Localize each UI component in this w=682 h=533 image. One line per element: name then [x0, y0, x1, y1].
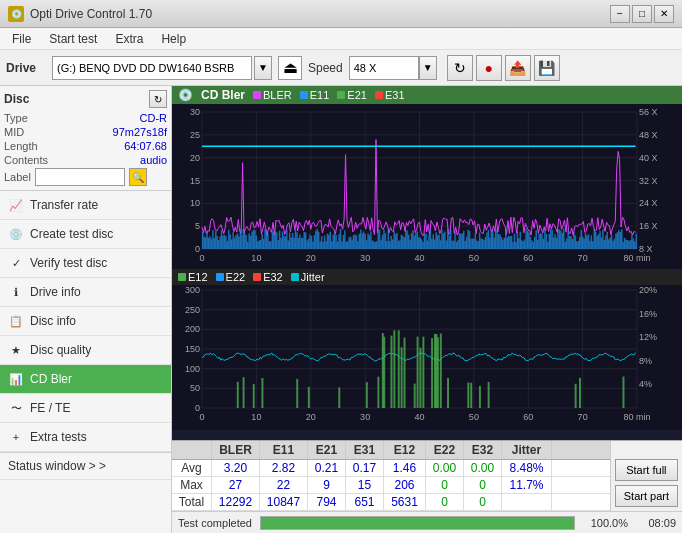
table-header: BLER E11 E21 E31 E12 E22 E32 Jitter [172, 441, 610, 460]
start-full-button[interactable]: Start full [615, 459, 678, 481]
speed-dropdown-arrow[interactable]: ▼ [419, 56, 437, 80]
app-title: Opti Drive Control 1.70 [30, 7, 152, 21]
chart2-legend-e22: E22 [216, 271, 246, 283]
refresh-button[interactable]: ↻ [447, 55, 473, 81]
disc-label-icon-button[interactable]: 🔍 [129, 168, 147, 186]
td-total-e32: 0 [464, 494, 502, 510]
td-max-e12: 206 [384, 477, 426, 493]
td-max-e31: 15 [346, 477, 384, 493]
save-button[interactable]: 💾 [534, 55, 560, 81]
table-row-total: Total 12292 10847 794 651 5631 0 0 [172, 494, 610, 511]
progress-bar-container [260, 516, 575, 530]
jitter-legend-dot [291, 273, 299, 281]
minimize-button[interactable]: − [610, 5, 630, 23]
td-total-bler: 12292 [212, 494, 260, 510]
td-total-label: Total [172, 494, 212, 510]
bler-legend-label: BLER [263, 89, 292, 101]
td-max-label: Max [172, 477, 212, 493]
transfer-rate-icon: 📈 [8, 197, 24, 213]
e22-legend-label: E22 [226, 271, 246, 283]
title-controls: − □ ✕ [610, 5, 674, 23]
chart1-canvas [172, 104, 682, 269]
speed-label: Speed [308, 61, 343, 75]
td-avg-e21: 0.21 [308, 460, 346, 476]
sidebar-item-extra-tests[interactable]: + Extra tests [0, 423, 171, 452]
disc-contents-key: Contents [4, 154, 48, 166]
bler-legend-dot [253, 91, 261, 99]
chart1-legend-bler: BLER [253, 89, 292, 101]
start-part-button[interactable]: Start part [615, 485, 678, 507]
sidebar-item-disc-info[interactable]: 📋 Disc info [0, 307, 171, 336]
bottom-section: BLER E11 E21 E31 E12 E22 E32 Jitter Avg … [172, 440, 682, 511]
status-window-button[interactable]: Status window > > [0, 453, 171, 480]
menu-file[interactable]: File [4, 30, 39, 48]
speed-selector: 48 X ▼ [349, 56, 437, 80]
action-buttons: Start full Start part [610, 441, 682, 511]
data-table-container: BLER E11 E21 E31 E12 E22 E32 Jitter Avg … [172, 441, 610, 511]
disc-label-input[interactable] [35, 168, 125, 186]
th-e22: E22 [426, 441, 464, 459]
th-e12: E12 [384, 441, 426, 459]
speed-dropdown[interactable]: 48 X [349, 56, 419, 80]
sidebar-item-create-test-disc-label: Create test disc [30, 227, 113, 241]
sidebar-item-disc-info-label: Disc info [30, 314, 76, 328]
th-e21: E21 [308, 441, 346, 459]
sidebar-item-drive-info[interactable]: ℹ Drive info [0, 278, 171, 307]
e31-legend-label: E31 [385, 89, 405, 101]
menu-start-test[interactable]: Start test [41, 30, 105, 48]
chart1-legend-e21: E21 [337, 89, 367, 101]
eject-button[interactable]: ⏏ [278, 56, 302, 80]
cd-bler-icon: 📊 [8, 371, 24, 387]
table-row-avg: Avg 3.20 2.82 0.21 0.17 1.46 0.00 0.00 8… [172, 460, 610, 477]
fe-te-icon: 〜 [8, 400, 24, 416]
drive-label: Drive [6, 61, 46, 75]
td-total-e21: 794 [308, 494, 346, 510]
disc-quality-icon: ★ [8, 342, 24, 358]
disc-mid-key: MID [4, 126, 24, 138]
td-avg-e31: 0.17 [346, 460, 384, 476]
e21-legend-label: E21 [347, 89, 367, 101]
th-bler: BLER [212, 441, 260, 459]
menu-help[interactable]: Help [153, 30, 194, 48]
td-total-e11: 10847 [260, 494, 308, 510]
eject-disc-button[interactable]: 📤 [505, 55, 531, 81]
sidebar-item-cd-bler-label: CD Bler [30, 372, 72, 386]
menu-extra[interactable]: Extra [107, 30, 151, 48]
drive-dropdown-arrow[interactable]: ▼ [254, 56, 272, 80]
td-avg-jitter: 8.48% [502, 460, 552, 476]
disc-panel: Disc ↻ Type CD-R MID 97m27s18f Length 64… [0, 86, 171, 191]
chart1-title: CD Bler [201, 88, 245, 102]
td-avg-e11: 2.82 [260, 460, 308, 476]
close-button[interactable]: ✕ [654, 5, 674, 23]
chart2-canvas [172, 285, 682, 430]
sidebar-item-verify-test-disc[interactable]: ✓ Verify test disc [0, 249, 171, 278]
td-max-e22: 0 [426, 477, 464, 493]
drive-dropdown[interactable]: (G:) BENQ DVD DD DW1640 BSRB [52, 56, 252, 80]
td-avg-label: Avg [172, 460, 212, 476]
sidebar-item-fe-te[interactable]: 〜 FE / TE [0, 394, 171, 423]
disc-title: Disc [4, 92, 29, 106]
sidebar-item-drive-info-label: Drive info [30, 285, 81, 299]
sidebar-item-create-test-disc[interactable]: 💿 Create test disc [0, 220, 171, 249]
jitter-legend-label: Jitter [301, 271, 325, 283]
maximize-button[interactable]: □ [632, 5, 652, 23]
sidebar-item-disc-quality[interactable]: ★ Disc quality [0, 336, 171, 365]
progress-time: 08:09 [636, 517, 676, 529]
disc-label-row: Label 🔍 [4, 168, 167, 186]
chart2-legend-jitter: Jitter [291, 271, 325, 283]
verify-test-disc-icon: ✓ [8, 255, 24, 271]
td-max-e11: 22 [260, 477, 308, 493]
disc-type-key: Type [4, 112, 28, 124]
drive-bar: Drive (G:) BENQ DVD DD DW1640 BSRB ▼ ⏏ S… [0, 50, 682, 86]
td-total-e31: 651 [346, 494, 384, 510]
td-max-bler: 27 [212, 477, 260, 493]
sidebar-item-transfer-rate-label: Transfer rate [30, 198, 98, 212]
th-e11: E11 [260, 441, 308, 459]
sidebar-item-cd-bler[interactable]: 📊 CD Bler [0, 365, 171, 394]
scan-button[interactable]: ● [476, 55, 502, 81]
sidebar-item-extra-tests-label: Extra tests [30, 430, 87, 444]
th-e31: E31 [346, 441, 384, 459]
sidebar-item-transfer-rate[interactable]: 📈 Transfer rate [0, 191, 171, 220]
disc-refresh-button[interactable]: ↻ [149, 90, 167, 108]
table-row-max: Max 27 22 9 15 206 0 0 11.7% [172, 477, 610, 494]
